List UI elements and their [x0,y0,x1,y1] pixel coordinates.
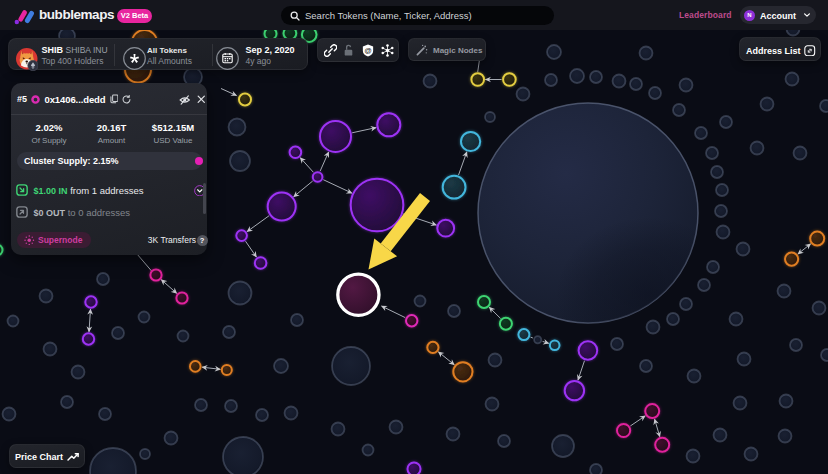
svg-text:@: @ [364,45,371,54]
